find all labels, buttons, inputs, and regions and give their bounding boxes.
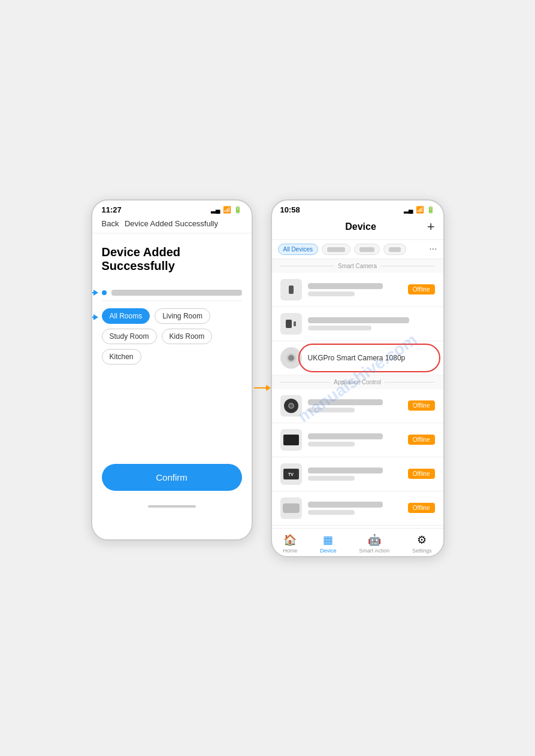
page-title: Device Added Successfully bbox=[102, 245, 242, 273]
device-row-cam2[interactable] bbox=[272, 307, 443, 341]
device-section bbox=[102, 285, 242, 301]
add-device-button[interactable]: + bbox=[427, 219, 435, 235]
app3-sub bbox=[308, 476, 355, 481]
cam3-icon bbox=[286, 353, 296, 363]
right-status-icons: ▂▄ 📶 🔋 bbox=[404, 206, 435, 214]
cam1-sub bbox=[308, 292, 355, 296]
left-phone: 11:27 ▂▄ 📶 🔋 Back Device Added Successfu… bbox=[91, 199, 253, 541]
device-info-app2 bbox=[308, 433, 402, 447]
nav-home-label: Home bbox=[283, 548, 297, 554]
device-row-app2[interactable]: Offline bbox=[272, 423, 443, 457]
tv-icon bbox=[283, 469, 299, 479]
nav-settings[interactable]: ⚙ Settings bbox=[412, 533, 432, 554]
room-chip-living[interactable]: Living Room bbox=[155, 308, 210, 324]
tabs-more-icon[interactable]: ··· bbox=[429, 244, 437, 254]
right-time: 10:58 bbox=[280, 205, 300, 214]
device-info-app1 bbox=[308, 399, 402, 412]
nav-action-label: Smart Action bbox=[359, 548, 389, 554]
settings-icon-glyph: ⚙ bbox=[417, 533, 427, 546]
action-icon-glyph: 🤖 bbox=[368, 533, 381, 546]
cam2-name bbox=[308, 317, 410, 323]
app2-offline-badge: Offline bbox=[408, 435, 435, 445]
app3-name bbox=[308, 467, 383, 473]
device-thumb-ac bbox=[280, 497, 302, 519]
device-row-cam1[interactable]: Offline bbox=[272, 273, 443, 307]
nav-home[interactable]: 🏠 Home bbox=[283, 533, 297, 554]
section-line-right bbox=[380, 266, 435, 266]
battery-icon: 🔋 bbox=[234, 206, 242, 214]
device-thumb-cam3 bbox=[280, 347, 302, 369]
room-chip-study[interactable]: Study Room bbox=[102, 329, 157, 344]
tab-2[interactable] bbox=[322, 244, 350, 255]
blue-arrow-rooms bbox=[91, 314, 98, 320]
ac-icon bbox=[283, 503, 300, 513]
settings-icon: ⚙ bbox=[415, 533, 428, 546]
device-thumb-speaker bbox=[280, 395, 302, 417]
blue-arrow-left bbox=[91, 290, 98, 296]
app2-sub bbox=[308, 442, 355, 447]
tab-all-devices[interactable]: All Devices bbox=[278, 244, 318, 255]
section-line-left bbox=[280, 266, 335, 266]
room-chip-all[interactable]: All Rooms bbox=[102, 308, 150, 324]
monitor-icon bbox=[283, 435, 299, 445]
cam1-icon bbox=[289, 286, 294, 294]
left-status-icons: ▂▄ 📶 🔋 bbox=[211, 206, 242, 214]
orange-arrow bbox=[254, 385, 271, 391]
device-thumb-tv bbox=[280, 463, 302, 485]
device-info-app4 bbox=[308, 502, 402, 515]
speaker-inner bbox=[288, 403, 294, 409]
cam1-name bbox=[308, 283, 383, 289]
tab-4[interactable] bbox=[383, 244, 406, 255]
wifi-icon: 📶 bbox=[223, 206, 231, 214]
rooms-grid: All Rooms Living Room Study Room Kids Ro… bbox=[102, 308, 242, 365]
smart-camera-label: Smart Camera bbox=[338, 263, 377, 269]
left-status-bar: 11:27 ▂▄ 📶 🔋 bbox=[92, 201, 252, 217]
device-thumb-cam1 bbox=[280, 279, 302, 300]
home-icon-glyph: 🏠 bbox=[283, 533, 297, 546]
appliance-line-right bbox=[385, 382, 435, 382]
app4-name bbox=[308, 502, 383, 508]
tabs-row: All Devices ··· bbox=[272, 240, 443, 259]
confirm-button[interactable]: Confirm bbox=[102, 464, 242, 491]
device-row-app3[interactable]: Offline bbox=[272, 457, 443, 491]
device-row-app4[interactable]: Offline bbox=[272, 491, 443, 526]
spacer bbox=[92, 377, 252, 448]
nav-title: Device Added Successfully bbox=[125, 219, 218, 228]
page-container: 11:27 ▂▄ 📶 🔋 Back Device Added Successfu… bbox=[79, 175, 457, 581]
nav-device[interactable]: ▦ Device bbox=[320, 533, 337, 554]
right-phone: 10:58 ▂▄ 📶 🔋 Device + All Devices bbox=[271, 199, 445, 557]
device-row-cam3[interactable]: UKGPro Smart Camera 1080p bbox=[272, 341, 443, 375]
app4-sub bbox=[308, 510, 355, 515]
appliance-line-left bbox=[280, 382, 331, 382]
room-chip-kids[interactable]: Kids Room bbox=[162, 329, 213, 344]
device-thumb-monitor bbox=[280, 429, 302, 451]
app2-name bbox=[308, 433, 383, 439]
home-icon: 🏠 bbox=[283, 533, 297, 546]
right-phone-wrapper: 10:58 ▂▄ 📶 🔋 Device + All Devices bbox=[271, 199, 445, 557]
device-icon: ▦ bbox=[322, 533, 335, 546]
device-info-app3 bbox=[308, 467, 402, 481]
rooms-section: All Rooms Living Room Study Room Kids Ro… bbox=[102, 308, 242, 365]
back-button[interactable]: Back bbox=[102, 219, 119, 228]
nav-smart-action[interactable]: 🤖 Smart Action bbox=[359, 533, 389, 554]
home-bar bbox=[148, 505, 196, 508]
cam2-sub bbox=[308, 326, 371, 330]
device-dot-icon bbox=[102, 290, 107, 295]
app1-sub bbox=[308, 408, 355, 412]
device-line bbox=[102, 285, 242, 301]
device-icon-glyph: ▦ bbox=[323, 533, 333, 546]
right-signal-icon: ▂▄ bbox=[404, 206, 413, 214]
device-info-cam2 bbox=[308, 317, 435, 330]
nav-device-label: Device bbox=[320, 548, 337, 554]
app3-offline-badge: Offline bbox=[408, 469, 435, 479]
speaker-icon bbox=[284, 399, 298, 413]
device-row-app1[interactable]: Offline bbox=[272, 389, 443, 423]
header-title: Device bbox=[295, 221, 427, 232]
smart-camera-section-header: Smart Camera bbox=[272, 259, 443, 273]
orange-arrow-line bbox=[254, 387, 266, 388]
tab-3[interactable] bbox=[354, 244, 380, 255]
bottom-nav: 🏠 Home ▦ Device 🤖 Smart Action bbox=[272, 528, 443, 556]
left-nav-bar: Back Device Added Successfully bbox=[92, 217, 252, 233]
arrow-head-icon-2 bbox=[93, 314, 98, 320]
room-chip-kitchen[interactable]: Kitchen bbox=[102, 349, 141, 365]
